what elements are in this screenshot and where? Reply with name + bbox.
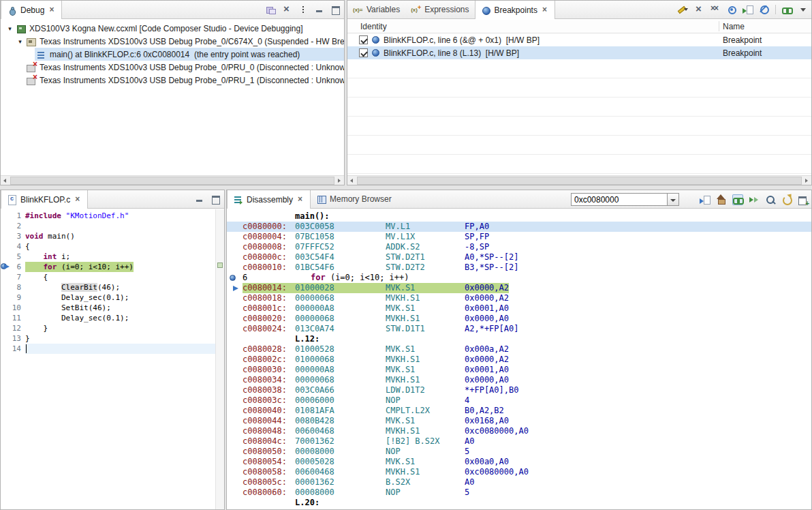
disassembly-row[interactable]: c0080054:00005028MVK.S10x00a0,A0 <box>227 457 811 467</box>
debug-tree-item[interactable]: main() at BlinkKFLOP.c:6 0xC0080014 (the… <box>1 48 344 61</box>
close-tab-icon[interactable] <box>298 196 304 204</box>
editor-gutter[interactable] <box>1 231 10 241</box>
view-menu-dots-icon[interactable] <box>298 4 309 15</box>
editor-code-line[interactable]: 6 for (i=0; i<10; i++) <box>1 262 215 272</box>
disassembly-row[interactable]: c008004c:70001362[!B2] B.S2XA0 <box>227 436 811 447</box>
follow-program-counter-icon[interactable] <box>749 194 760 205</box>
open-new-view-icon[interactable] <box>798 194 809 205</box>
minimize-icon[interactable] <box>194 194 205 205</box>
editor-code-line[interactable]: 12 } <box>1 323 215 333</box>
disassembly-row[interactable]: c0080060:00008000NOP5 <box>227 487 811 498</box>
skip-all-breakpoints-icon[interactable] <box>759 4 770 15</box>
disassembly-row[interactable]: c0080058:00600468MVKH.S10xc0080000,A0 <box>227 467 811 477</box>
editor-code-line[interactable]: 8 ClearBit(46); <box>1 282 215 292</box>
disassembly-row[interactable]: c0080028:01000528MVK.S10x000a,A2 <box>227 344 811 355</box>
editor-code-line[interactable]: 4{ <box>1 241 215 252</box>
disassembly-gutter[interactable] <box>230 294 240 303</box>
editor-gutter[interactable] <box>1 303 10 313</box>
editor-code-line[interactable]: 11 Delay_sec(0.1); <box>1 313 215 323</box>
disassembly-gutter[interactable] <box>230 273 240 282</box>
disassembly-gutter[interactable] <box>230 427 240 436</box>
disassembly-gutter[interactable] <box>230 406 240 415</box>
disassembly-row[interactable]: c0080044:0080B428MVK.S10x0168,A0 <box>227 416 811 426</box>
maximize-icon[interactable] <box>210 194 221 205</box>
remove-all-terminated-icon[interactable] <box>281 4 292 15</box>
disassembly-row[interactable]: c0080030:000000A8MVK.S10x0001,A0 <box>227 365 811 375</box>
disassembly-gutter[interactable] <box>230 488 240 497</box>
disassembly-row[interactable]: L.20: <box>227 498 811 508</box>
disassembly-gutter[interactable] <box>230 284 240 292</box>
go-to-file-for-breakpoint-icon[interactable] <box>743 4 753 15</box>
editor-gutter[interactable] <box>1 262 10 272</box>
disassembly-row[interactable]: c008001c:000000A8MVK.S10x0001,A0 <box>227 303 811 314</box>
disassembly-gutter[interactable] <box>230 212 240 221</box>
editor-gutter[interactable] <box>1 282 10 292</box>
home-icon[interactable] <box>716 194 727 205</box>
editor-gutter[interactable] <box>1 323 10 333</box>
disassembly-row[interactable]: L.12: <box>227 334 811 344</box>
editor-gutter[interactable] <box>1 221 10 231</box>
disassembly-gutter[interactable] <box>230 386 240 395</box>
editor-gutter[interactable] <box>1 272 10 282</box>
disassembly-row[interactable]: c0080038:003C0A66LDW.D1T2*+FP[A0],B0 <box>227 385 811 395</box>
disassembly-gutter[interactable] <box>230 498 240 507</box>
disassembly-gutter[interactable] <box>230 222 240 231</box>
editor-gutter[interactable] <box>1 344 10 354</box>
debug-tree-item[interactable]: ▾Texas Instruments XDS100v3 USB Debug Pr… <box>1 35 344 48</box>
breakpoint-row[interactable]: BlinkKFLOP.c, line 8 (L.13) [H/W BP]Brea… <box>347 46 811 59</box>
disassembly-row[interactable]: c0080000:003C0058MV.L1FP,A0 <box>227 222 811 232</box>
editor-code-area[interactable]: 1#include "KMotionDef.h"23void main()4{5… <box>1 209 215 509</box>
breakpoints-hscrollbar[interactable] <box>347 175 811 185</box>
tree-expander-icon[interactable]: ▾ <box>16 38 25 45</box>
close-tab-icon[interactable] <box>542 6 549 14</box>
editor-gutter[interactable] <box>1 252 10 262</box>
disassembly-rows[interactable]: main():c0080000:003C0058MV.L1FP,A0c00800… <box>227 209 811 509</box>
debug-tree-item[interactable]: ▾XDS100V3 Kogna New.ccxml [Code Composer… <box>1 22 344 35</box>
overview-annotation-mark[interactable] <box>217 262 223 268</box>
scroll-right-icon[interactable] <box>802 176 811 185</box>
new-breakpoint-menu-icon[interactable] <box>677 4 688 15</box>
editor-gutter[interactable] <box>1 333 10 344</box>
column-header-name[interactable]: Name <box>723 22 745 31</box>
editor-code-line[interactable]: 3void main() <box>1 231 215 241</box>
link-with-debug-view-icon[interactable] <box>781 4 792 15</box>
editor-code-line[interactable]: 1#include "KMotionDef.h" <box>1 211 215 221</box>
editor-code-line[interactable]: 5 int i; <box>1 252 215 262</box>
disassembly-gutter[interactable] <box>230 355 240 364</box>
disassembly-gutter[interactable] <box>230 232 240 241</box>
sash-vertical-bottom[interactable] <box>225 190 226 510</box>
editor-gutter[interactable] <box>1 292 10 303</box>
disassembly-gutter[interactable] <box>230 437 240 446</box>
editor-gutter[interactable] <box>1 313 10 323</box>
disassembly-gutter[interactable] <box>230 417 240 425</box>
disassembly-gutter[interactable] <box>230 447 240 456</box>
scroll-right-icon[interactable] <box>334 176 344 185</box>
remove-breakpoint-icon[interactable] <box>693 4 704 15</box>
tab-blinkkflop-c[interactable]: BlinkKFLOP.c <box>1 190 88 209</box>
tab-memory-browser[interactable]: Memory Browser <box>311 190 397 208</box>
disassembly-gutter[interactable] <box>230 345 240 354</box>
disassembly-gutter[interactable] <box>230 365 240 374</box>
editor-gutter[interactable] <box>1 211 10 221</box>
disassembly-gutter[interactable] <box>230 263 240 272</box>
disassembly-gutter[interactable] <box>230 376 240 385</box>
disassembly-gutter[interactable] <box>230 335 240 344</box>
close-tab-icon[interactable] <box>75 196 82 204</box>
column-header-identity[interactable]: Identity <box>360 22 387 31</box>
tab-expressions[interactable]: Expressions <box>405 1 474 18</box>
disassembly-gutter[interactable] <box>230 478 240 487</box>
disassembly-gutter[interactable] <box>230 253 240 262</box>
disassembly-gutter[interactable] <box>230 468 240 477</box>
editor-code-line[interactable]: 9 Delay_sec(0.1); <box>1 292 215 303</box>
remove-all-breakpoints-icon[interactable] <box>710 4 721 15</box>
refresh-icon[interactable] <box>781 194 792 205</box>
disassembly-gutter[interactable] <box>230 314 240 323</box>
disassembly-row[interactable]: c0080034:00000068MVKH.S10x0000,A0 <box>227 375 811 385</box>
disassembly-row[interactable]: c008003c:00006000NOP4 <box>227 395 811 406</box>
disassembly-gutter[interactable] <box>230 304 240 313</box>
disassembly-row[interactable]: c0080048:00600468MVKH.S10xc0080000,A0 <box>227 426 811 436</box>
address-dropdown-icon[interactable] <box>668 193 679 206</box>
breakpoint-checkbox[interactable] <box>359 35 368 44</box>
disassembly-gutter[interactable] <box>230 396 240 405</box>
disassembly-row[interactable]: c0080040:01081AFACMPLT.L2XB0,A2,B2 <box>227 406 811 416</box>
